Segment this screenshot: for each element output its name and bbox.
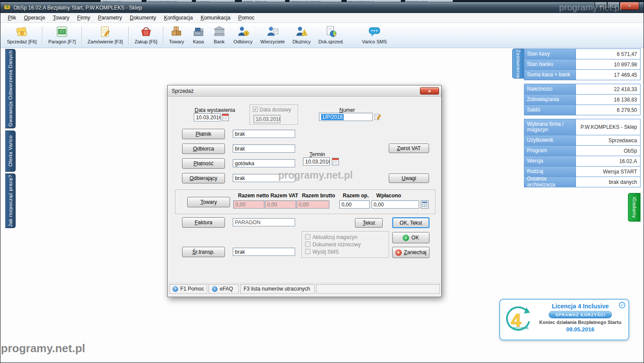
menu-operacje[interactable]: Operacje <box>20 13 49 22</box>
sr-transp-button[interactable]: Śr.transp. <box>182 247 225 257</box>
stat-label: Rodzaj <box>524 166 576 177</box>
toolbar-varico-sms[interactable]: Varico SMS <box>358 24 390 48</box>
stat-row-archiwizacja: Ostatnia archiwizacja brak danych <box>524 177 641 187</box>
menu-komunikacja[interactable]: Komunikacja <box>197 13 234 22</box>
cancel-x-icon <box>395 249 402 256</box>
uwagi-button[interactable]: Uwagi <box>389 173 429 183</box>
efaq-cell[interactable]: eFAQ <box>208 284 239 294</box>
toolbar-label: Towary <box>169 39 184 44</box>
left-tab-jak-rozpoczac[interactable]: Jak rozpocząć pracę? <box>5 173 16 228</box>
stat-row-stan-kasy: Stan kasy 6 571,47 <box>524 49 641 59</box>
numer-edit-icon[interactable] <box>374 113 381 121</box>
toolbar-odbiorcy[interactable]: $ Odbiorcy <box>230 24 257 48</box>
ok-tekst-button[interactable]: OK, Tekst <box>392 217 429 228</box>
igadamy-tab[interactable]: iGadamy <box>628 193 641 222</box>
dialog-close-button[interactable]: × <box>420 87 439 95</box>
zestawienia-tab[interactable]: Zestawienia <box>512 49 524 78</box>
ok-button[interactable]: OK <box>392 232 429 243</box>
faktura-field[interactable]: PARAGON <box>233 218 295 226</box>
toolbar-kasa[interactable]: Kasa <box>188 24 209 48</box>
termin-field[interactable]: 10.03.2016 <box>303 157 330 166</box>
aktualizuj-magazyn-label: Aktualizuj magazyn <box>312 234 357 240</box>
stat-row-stan-banku: Stan banku 10 897,98 <box>524 59 641 70</box>
platnik-button[interactable]: Płatnik <box>182 129 225 139</box>
menu-bar: Plik Operacje Towary Firmy Parametry Dok… <box>0 13 644 23</box>
calendar-icon[interactable] <box>222 114 229 121</box>
cash-register-icon <box>192 25 205 38</box>
zwrot-vat-button[interactable]: Zwrot VAT <box>389 144 429 153</box>
statusbar-empty-cell <box>316 284 440 294</box>
dokument-roznicowy-label: Dokument różnicowy <box>312 242 361 248</box>
left-tab-oferta-varico[interactable]: Oferta Varico <box>5 131 16 172</box>
toolbar-dok-sprzed[interactable]: Dok.sprzed. <box>315 24 348 48</box>
platnosc-field[interactable]: gotówka <box>233 159 295 167</box>
razem-brutto-field: 0,00 <box>296 200 329 209</box>
sprzedaz-dialog: Sprzedaż × Data wystawienia 10.03.2016 D… <box>167 85 442 297</box>
toolbar-bank[interactable]: Bank <box>209 24 230 48</box>
app-icon <box>4 3 11 12</box>
calculator-icon[interactable] <box>421 200 429 209</box>
license-check-icon <box>619 302 625 308</box>
close-button[interactable]: × <box>620 2 639 10</box>
stats-gap <box>524 80 641 84</box>
f1-pomoc-label: F1 Pomoc <box>180 286 204 292</box>
platnik-field[interactable]: brak <box>233 130 295 138</box>
data-dostawy-checkbox <box>253 107 258 112</box>
toolbar: Sprzedaż [F6] $ Paragon [F7] Zamówienie … <box>0 23 644 48</box>
zaniechaj-button[interactable]: Zaniechaj <box>392 247 429 258</box>
f1-pomoc-cell[interactable]: F1 Pomoc <box>169 284 207 294</box>
maximize-button[interactable]: □ <box>607 2 620 10</box>
toolbar-towary[interactable]: Towary <box>165 24 188 48</box>
platnosc-button[interactable]: Płatność <box>182 158 225 169</box>
stat-value: brak danych <box>576 177 641 187</box>
sr-transp-field[interactable]: brak <box>233 248 295 256</box>
stat-row-naleznosci: Należności 22 418,33 <box>524 84 641 95</box>
menu-dokumenty[interactable]: Dokumenty <box>126 13 160 22</box>
odbiorca-button[interactable]: Odbiorca <box>182 144 225 154</box>
stat-row-saldo: Saldo 6 279,50 <box>524 105 641 115</box>
data-wystawienia-field[interactable]: 10.03.2016 <box>194 113 221 121</box>
menu-parametry[interactable]: Parametry <box>94 13 126 22</box>
odbierajacy-button[interactable]: Odbierający <box>182 173 225 183</box>
odbierajacy-field[interactable]: brak <box>233 174 295 182</box>
toolbar-sprzedaz[interactable]: Sprzedaż [F6] <box>3 24 40 48</box>
toolbar-dluznicy[interactable]: ! Dłużnicy <box>289 24 315 48</box>
stat-value: 6 571,47 <box>576 49 641 59</box>
menu-towary[interactable]: Towary <box>49 13 73 22</box>
toolbar-separator <box>128 26 129 45</box>
toolbar-zamowienie[interactable]: Zamówienie [F3] <box>84 24 127 48</box>
tekst-button[interactable]: Tekst <box>355 218 383 228</box>
bank-icon <box>213 25 226 38</box>
stat-row-suma: Suma kasa + bank 17 469,45 <box>524 69 641 80</box>
towary-button[interactable]: Towary <box>187 197 230 207</box>
info-icon <box>212 286 218 292</box>
goods-boxes-icon <box>170 25 183 38</box>
toolbar-zakup[interactable]: Zakup [F5] <box>130 24 161 48</box>
menu-pomoc[interactable]: Pomoc <box>234 13 258 22</box>
razem-vat-header: Razem VAT <box>269 193 300 199</box>
toolbar-wierzyciele[interactable]: Wierzyciele <box>257 24 289 48</box>
stat-label: Wybrana firma / magazyn <box>524 119 576 135</box>
menu-firmy[interactable]: Firmy <box>73 13 94 22</box>
stat-label: Saldo <box>524 105 576 115</box>
minimize-button[interactable]: – <box>595 2 607 10</box>
sprawdz-korzysci-button[interactable]: SPRAWDŹ KORZYŚCI <box>549 311 611 318</box>
stat-label: Zobowiązania <box>524 94 576 105</box>
razem-op-field[interactable]: 0,00 <box>339 200 370 209</box>
toolbar-paragon[interactable]: $ Paragon [F7] <box>44 24 80 48</box>
sms-bubble-icon <box>368 25 381 38</box>
wplacono-field[interactable]: 0,00 <box>371 200 419 209</box>
stat-label: Ostatnia archiwizacja <box>524 177 576 187</box>
help-icon <box>172 286 178 292</box>
menu-konfiguracja[interactable]: Konfiguracja <box>160 13 197 22</box>
f3-lista-cell[interactable]: F3 lista numerów utraconych <box>240 284 315 294</box>
calendar-icon[interactable] <box>332 158 339 165</box>
razem-op-header: Razem op. <box>340 193 371 199</box>
stat-value: 10 897,98 <box>576 59 641 70</box>
toolbar-label: Sprzedaż [F6] <box>7 39 36 44</box>
faktura-button[interactable]: Faktura <box>182 217 225 228</box>
menu-plik[interactable]: Plik <box>4 13 20 22</box>
odbiorca-field[interactable]: brak <box>233 144 295 153</box>
numer-input[interactable]: 1/P/2016 <box>319 113 373 121</box>
left-tab-gwarancja[interactable]: Gwarancja Odtworzenia Danych <box>5 49 16 128</box>
